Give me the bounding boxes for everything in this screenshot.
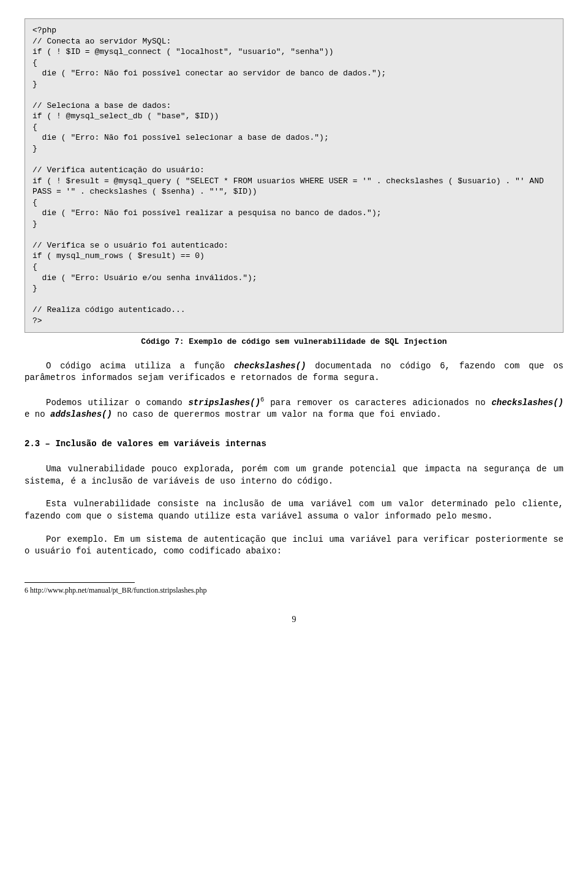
text: e no [24,409,50,419]
footnote-text: 6 http://www.php.net/manual/pt_BR/functi… [24,585,564,596]
code-ref: checkslashes() [234,361,306,371]
text: para remover os caracteres adicionados n… [264,397,491,407]
code-caption: Código 7: Exemplo de código sem vulnerab… [24,336,564,348]
text: Podemos utilizar o comando [46,397,188,407]
section-heading: 2.3 – Inclusão de valores em variáveis i… [24,438,564,450]
code-ref: checkslashes() [491,397,564,407]
paragraph-4: Esta vulnerabilidade consiste na inclusã… [24,498,564,522]
code-ref: stripslashes() [188,397,260,407]
footnote-separator [24,582,135,583]
paragraph-1: O código acima utiliza a função checksla… [24,360,564,384]
text: O código acima utiliza a função [46,361,234,371]
paragraph-2: Podemos utilizar o comando stripslashes(… [24,395,564,421]
code-block: <?php // Conecta ao servidor MySQL: if (… [24,18,564,333]
text: no caso de querermos mostrar um valor na… [112,409,442,419]
paragraph-5: Por exemplo. Em um sistema de autenticaç… [24,534,564,558]
code-ref: addslashes() [50,409,112,419]
page-number: 9 [24,613,564,626]
paragraph-3: Uma vulnerabilidade pouco explorada, por… [24,463,564,487]
